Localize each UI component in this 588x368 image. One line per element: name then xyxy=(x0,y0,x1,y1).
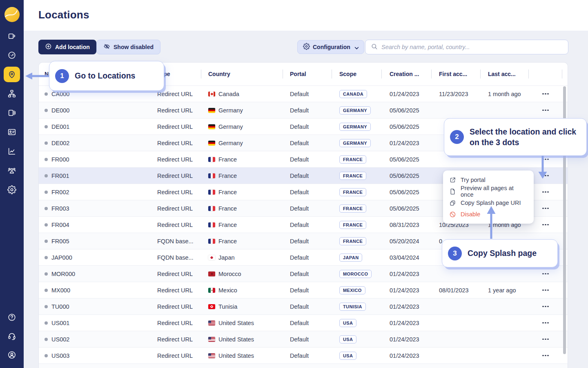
status-dot xyxy=(45,92,48,96)
sidebar-item-settings[interactable] xyxy=(4,182,20,197)
cell-first_access xyxy=(432,298,481,314)
cell-scope: USA xyxy=(332,364,382,368)
row-actions-button[interactable] xyxy=(540,205,551,212)
app-logo[interactable] xyxy=(4,7,20,22)
eye-off-icon xyxy=(103,43,110,51)
table-row[interactable]: DE000Redirect URLGermanyDefaultGERMANY05… xyxy=(39,102,568,118)
sidebar-item-devices[interactable] xyxy=(4,105,20,121)
scope-badge: GERMANY xyxy=(339,106,371,114)
cell-scope: FRANCE xyxy=(332,200,382,216)
scope-badge: FRANCE xyxy=(339,188,366,196)
cell-scope: GERMANY xyxy=(332,135,382,151)
status-dot xyxy=(45,305,48,308)
row-actions-button[interactable] xyxy=(540,287,551,294)
status-dot xyxy=(45,158,48,161)
cell-scope: USA xyxy=(332,348,382,364)
row-actions-button[interactable] xyxy=(540,222,551,228)
country-flag-icon xyxy=(208,255,215,260)
status-dot xyxy=(45,289,48,292)
settings-icon xyxy=(7,185,16,194)
status-dot xyxy=(45,174,48,177)
scope-badge: USA xyxy=(339,335,356,343)
show-disabled-button[interactable]: Show disabled xyxy=(96,40,160,54)
sidebar-item-dashboard[interactable] xyxy=(4,47,20,63)
table-row[interactable]: MOR000Redirect URLMoroccoDefaultMOROCCO0… xyxy=(39,265,568,282)
cell-name: DE000 xyxy=(39,102,153,118)
cell-name: FR003 xyxy=(39,200,153,216)
row-actions-button[interactable] xyxy=(540,91,551,97)
scope-badge: FRANCE xyxy=(339,155,366,164)
cell-name: FR004 xyxy=(39,217,153,233)
column-header: Last acc... xyxy=(481,63,529,85)
table-row[interactable]: MX000Redirect URLMexicoDefaultMEXICO01/2… xyxy=(39,282,568,298)
cell-first_access xyxy=(432,348,481,364)
sidebar-item-analytics[interactable] xyxy=(4,144,20,159)
sidebar-item-network[interactable] xyxy=(4,86,20,101)
sidebar-item-portal[interactable] xyxy=(4,28,20,44)
country-flag-icon xyxy=(208,124,215,129)
network-icon xyxy=(7,89,16,98)
scope-badge: USA xyxy=(339,352,356,360)
cell-last_access: 1 month ago xyxy=(481,86,529,102)
status-dot xyxy=(45,338,48,341)
table-row[interactable]: USA xyxy=(39,364,568,368)
table-row[interactable]: TU000Redirect URLTunisiaDefaultTUNISIA01… xyxy=(39,298,568,314)
scope-badge: FRANCE xyxy=(339,237,366,245)
menu-item-preview-all-pages-at-once[interactable]: Preview all pages at once xyxy=(443,186,534,197)
cell-actions xyxy=(529,298,562,314)
cell-scope: FRANCE xyxy=(332,151,382,167)
row-actions-button[interactable] xyxy=(540,107,551,114)
scope-badge: GERMANY xyxy=(339,139,371,147)
cell-type: Redirect URL xyxy=(153,348,201,364)
search-icon xyxy=(371,43,378,52)
sidebar-item-help[interactable] xyxy=(4,310,20,325)
row-actions-button[interactable] xyxy=(540,271,551,277)
row-actions-button[interactable] xyxy=(540,320,551,326)
analytics-icon xyxy=(7,147,16,156)
cell-actions xyxy=(529,217,562,233)
cell-portal: Default xyxy=(283,249,332,265)
cell-type: Redirect URL xyxy=(153,217,201,233)
table-row[interactable]: US003Redirect URLUnited StatesDefaultUSA… xyxy=(39,347,568,364)
cell-country: United States xyxy=(201,331,283,347)
sidebar-item-contacts[interactable] xyxy=(4,124,20,140)
cell-scope: GERMANY xyxy=(332,119,382,135)
sidebar-item-support[interactable] xyxy=(4,328,20,344)
cell-type: FQDN base... xyxy=(153,233,201,249)
row-actions-button[interactable] xyxy=(540,303,551,310)
country-flag-icon xyxy=(208,141,215,146)
sidebar-item-users[interactable] xyxy=(4,163,20,178)
menu-item-try-portal[interactable]: Try portal xyxy=(443,174,534,186)
cell-first_access xyxy=(432,102,481,118)
cell-country: Canada xyxy=(201,86,283,102)
row-actions-button[interactable] xyxy=(540,336,551,343)
search-input[interactable] xyxy=(381,44,563,50)
configuration-button[interactable]: Configuration xyxy=(297,40,364,54)
cell-last_access xyxy=(481,298,529,314)
scope-badge: USA xyxy=(339,319,356,327)
row-actions-button[interactable] xyxy=(540,352,551,359)
external-link-icon xyxy=(449,177,456,184)
cell-type: Redirect URL xyxy=(153,168,201,184)
scope-badge: TUNISIA xyxy=(339,303,366,311)
country-flag-icon xyxy=(208,337,215,342)
callout-step-3: 3 Copy Splash page xyxy=(442,239,558,267)
cell-name: US001 xyxy=(39,315,153,331)
sidebar-item-account[interactable] xyxy=(4,347,20,363)
step-number-badge: 3 xyxy=(448,247,462,260)
cell-portal: Default xyxy=(283,331,332,347)
table-row[interactable]: US001Redirect URLUnited StatesDefaultUSA… xyxy=(39,314,568,331)
row-actions-button[interactable] xyxy=(540,189,551,195)
table-row[interactable]: US002Redirect URLUnited StatesDefaultUSA… xyxy=(39,331,568,347)
chevron-down-icon xyxy=(353,45,360,52)
add-location-button[interactable]: Add location xyxy=(38,40,96,54)
cell-scope: CANADA xyxy=(332,86,382,102)
cell-scope: FRANCE xyxy=(332,233,382,249)
cell-name: MOR000 xyxy=(39,266,153,282)
cell-actions xyxy=(529,184,562,200)
headset-icon xyxy=(7,332,16,341)
cell-portal: Default xyxy=(283,168,332,184)
cell-scope: FRANCE xyxy=(332,217,382,233)
sidebar-item-locations[interactable] xyxy=(4,67,20,82)
scope-badge: FRANCE xyxy=(339,221,366,229)
